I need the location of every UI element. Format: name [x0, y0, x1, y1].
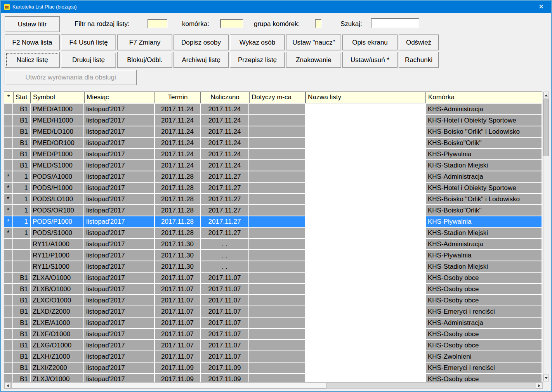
cell-symbol: ZLXD/Z2000 — [31, 306, 83, 317]
toolbar-button-rachunki[interactable]: Rachunki — [399, 52, 439, 68]
table-row[interactable]: B1ZLXF/O1000listopad'20172017.11.072017.… — [4, 329, 542, 339]
table-row[interactable]: B1PMED/S1000listopad'20172017.11.242017.… — [4, 160, 542, 171]
cell-month: listopad'2017 — [84, 149, 154, 159]
cell-month: listopad'2017 — [84, 183, 154, 193]
cell-calculated: 2017.11.27 — [201, 216, 248, 227]
table-row[interactable]: B1ZLXG/O1000listopad'20172017.11.072017.… — [4, 340, 542, 351]
filter-cell-group-input[interactable] — [315, 19, 322, 28]
toolbar-button-wykaz-os-b[interactable]: Wykaz osób — [230, 35, 285, 50]
table-row[interactable]: *1PODS/OR100listopad'20172017.11.282017.… — [4, 205, 542, 216]
table-row[interactable]: B1ZLXA/O1000listopad'20172017.11.072017.… — [4, 273, 542, 283]
table-row[interactable]: RY11/A1000listopad'20172017.11.30. .KHS-… — [4, 239, 542, 249]
cell-list-name — [306, 273, 425, 283]
cell-mark: * — [4, 171, 12, 182]
vertical-scrollbar[interactable] — [543, 92, 549, 382]
cell-komorka: KHS-Hotel i Obiekty Sportowe — [426, 183, 542, 193]
cell-stat: B1 — [13, 374, 30, 382]
cell-list-name — [306, 284, 425, 294]
table-row[interactable]: B1ZLXH/Z1000listopad'20172017.11.072017.… — [4, 351, 542, 362]
column-header-nazwa-listy[interactable]: Nazwa listy — [306, 92, 425, 103]
cell-month: listopad'2017 — [84, 239, 154, 249]
toolbar-button-opis-ekranu[interactable]: Opis ekranu — [342, 35, 398, 50]
cell-list-name — [306, 318, 425, 328]
cell-month: listopad'2017 — [84, 363, 154, 373]
cell-calculated: 2017.11.09 — [201, 363, 248, 373]
cell-symbol: ZLXH/Z1000 — [31, 351, 83, 362]
table-row[interactable]: *1PODS/A1000listopad'20172017.11.282017.… — [4, 171, 542, 182]
toolbar-button-przepisz-list[interactable]: Przepisz listę — [230, 52, 285, 68]
scroll-down-arrow-icon[interactable] — [543, 375, 549, 381]
cell-mark — [4, 351, 12, 362]
column-header-dotyczy-m-ca[interactable]: Dotyczy m-ca — [250, 92, 305, 103]
cell-symbol: ZLXC/O1000 — [31, 295, 83, 306]
table-row[interactable]: B1PMED/P1000listopad'20172017.11.242017.… — [4, 149, 542, 159]
table-row[interactable]: RY11/P1000listopad'20172017.11.30. .KHS-… — [4, 250, 542, 261]
search-input[interactable] — [371, 18, 419, 28]
scroll-up-arrow-icon[interactable] — [543, 92, 549, 98]
cell-stat: B1 — [13, 273, 30, 283]
table-row[interactable]: B1ZLXC/O1000listopad'20172017.11.072017.… — [4, 295, 542, 306]
cell-stat: B1 — [13, 284, 30, 294]
filter-list-type-input[interactable] — [148, 19, 168, 28]
column-header-termin[interactable]: Termin — [155, 92, 200, 103]
toolbar-button-f7-zmiany[interactable]: F7 Zmiany — [117, 35, 172, 50]
table-row[interactable]: B1PMED/A1000listopad'20172017.11.242017.… — [4, 104, 542, 114]
cell-calculated: 2017.11.27 — [201, 205, 248, 216]
column-header-symbol[interactable]: Symbol — [31, 92, 84, 103]
toolbar-button-blokuj-odbl[interactable]: Blokuj/Odbl. — [117, 52, 172, 68]
column-header-col-0[interactable]: * — [4, 92, 13, 103]
cell-list-name — [306, 149, 425, 159]
column-header-kom-rka[interactable]: Komórka — [426, 92, 542, 103]
close-icon[interactable]: ✕ — [535, 1, 547, 13]
table-row[interactable]: B1PMED/LO100listopad'20172017.11.242017.… — [4, 126, 542, 137]
cell-komorka: KHS-Administracja — [426, 104, 542, 114]
cell-calculated: . . — [201, 261, 248, 272]
table-row[interactable]: RY11/S1000listopad'20172017.11.30. .KHS-… — [4, 261, 542, 272]
cell-concerns — [249, 183, 305, 193]
cell-concerns — [249, 250, 305, 261]
ustaw-filtr-button[interactable]: Ustaw filtr — [5, 16, 60, 32]
cell-month: listopad'2017 — [84, 216, 154, 227]
table-row[interactable]: B1ZLXD/Z2000listopad'20172017.11.072017.… — [4, 306, 542, 317]
toolbar-button-archiwuj-list[interactable]: Archiwuj listę — [174, 52, 229, 68]
table-row[interactable]: B1ZLXI/Z2000listopad'20172017.11.092017.… — [4, 363, 542, 373]
table-row[interactable]: B1PMED/OR100listopad'20172017.11.242017.… — [4, 138, 542, 148]
create-adjustments-button[interactable]: Utwórz wyrównania dla obsługi — [5, 70, 137, 85]
toolbar-button-od-wie[interactable]: Odśwież — [399, 35, 439, 50]
toolbar-button-f2-nowa-lista[interactable]: F2 Nowa lista — [5, 35, 60, 50]
scroll-left-arrow-icon[interactable] — [4, 383, 11, 389]
cell-calculated: . . — [201, 239, 248, 249]
column-header-miesi-c[interactable]: Miesiąc — [85, 92, 154, 103]
toolbar-button-nalicz-list[interactable]: Nalicz listę — [5, 52, 60, 68]
toolbar-button-ustaw-usu[interactable]: Ustaw/usuń * — [342, 52, 398, 68]
cell-stat — [13, 239, 30, 249]
cell-stat: B1 — [13, 126, 30, 137]
table-row[interactable]: B1ZLXB/O1000listopad'20172017.11.072017.… — [4, 284, 542, 294]
column-header-naliczano[interactable]: Naliczano — [201, 92, 249, 103]
column-header-stat[interactable]: Stat — [14, 92, 30, 103]
horizontal-scroll-thumb[interactable] — [11, 383, 326, 389]
table-row[interactable]: *1PODS/LO100listopad'20172017.11.282017.… — [4, 194, 542, 204]
toolbar-button-drukuj-list[interactable]: Drukuj listę — [61, 52, 116, 68]
toolbar-button-dopisz-osoby[interactable]: Dopisz osoby — [174, 35, 229, 50]
table-row[interactable]: *1PODS/P1000listopad'20172017.11.282017.… — [4, 216, 542, 227]
scroll-right-arrow-icon[interactable] — [536, 383, 542, 389]
toolbar-button-f4-usu-list[interactable]: F4 Usuń listę — [61, 35, 116, 50]
vertical-scroll-thumb[interactable] — [543, 99, 549, 156]
table-row[interactable]: *1PODS/H1000listopad'20172017.11.282017.… — [4, 183, 542, 193]
table-row[interactable]: *1PODS/S1000listopad'20172017.11.282017.… — [4, 228, 542, 238]
table-row[interactable]: B1ZLXE/A1000listopad'20172017.11.072017.… — [4, 318, 542, 328]
toolbar-button-ustaw-naucz[interactable]: Ustaw "naucz" — [286, 35, 341, 50]
filter-cell-input[interactable] — [220, 19, 243, 28]
cell-concerns — [249, 374, 305, 382]
cell-komorka: KHS-Emeryci i renciści — [426, 363, 542, 373]
toolbar-button-znakowanie[interactable]: Znakowanie — [286, 52, 341, 68]
horizontal-scrollbar[interactable] — [4, 382, 543, 389]
cell-month: listopad'2017 — [84, 171, 154, 182]
cell-mark — [4, 318, 12, 328]
cell-calculated: 2017.11.07 — [201, 306, 248, 317]
cell-komorka: KHS-Pływalnia — [426, 250, 542, 261]
table-row[interactable]: B1ZLXJ/O1000listopad'20172017.11.092017.… — [4, 374, 542, 382]
cell-mark: * — [4, 205, 12, 216]
table-row[interactable]: B1PMED/H1000listopad'20172017.11.242017.… — [4, 115, 542, 126]
